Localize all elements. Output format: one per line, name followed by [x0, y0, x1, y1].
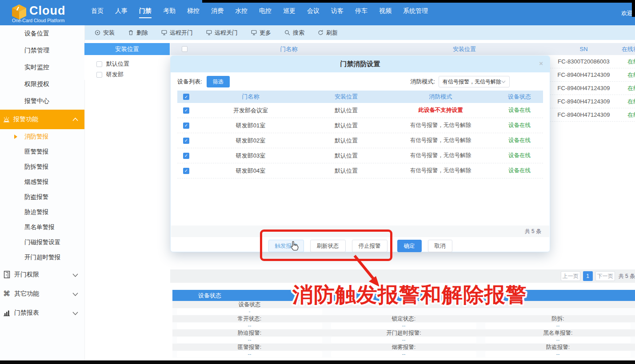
location-cell: 默认位置: [306, 107, 386, 115]
toolbar-remote-open-button[interactable]: 远程开门: [155, 25, 200, 40]
status-value-box: -: [177, 309, 322, 315]
row-checked-checkbox[interactable]: ✓: [183, 107, 189, 114]
dialog-table-row: ✓开发部会议室默认位置此设备不支持设置设备在线: [177, 103, 543, 118]
sidebar-subitem-4[interactable]: 防盗报警: [0, 190, 84, 205]
status-value: -: [249, 309, 251, 315]
status-value: --: [556, 337, 560, 343]
sidebar-group-1[interactable]: ⌘其它功能: [0, 284, 84, 303]
sidebar-item-2[interactable]: 实时监控: [0, 59, 84, 76]
nav-item-8[interactable]: 巡更: [277, 0, 301, 25]
sidebar-group-2[interactable]: 门禁报表: [0, 303, 84, 322]
status-label-row: 胁迫报警:开门超时报警:黑名单报警:: [172, 329, 635, 336]
status-value-box: --: [331, 337, 476, 343]
sidebar-subitem-label: 胁迫警报: [24, 208, 48, 216]
tree-item-0[interactable]: 默认位置: [84, 59, 170, 69]
tree-checkbox[interactable]: [96, 61, 102, 67]
sidebar-subitem-6[interactable]: 黑名单警报: [0, 220, 84, 235]
ok-button[interactable]: 确定: [397, 240, 422, 252]
nav-item-1[interactable]: 人事: [109, 0, 133, 25]
nav-item-label: 巡更: [283, 7, 296, 18]
prev-page-button[interactable]: 上一页: [561, 271, 580, 281]
select-all-checkbox[interactable]: [182, 46, 188, 52]
tree-items: 默认位置研发部: [84, 55, 170, 80]
nav-item-9[interactable]: 会议: [301, 0, 325, 25]
nav-item-0[interactable]: 首页: [85, 0, 109, 25]
sidebar-item-3[interactable]: 权限授权: [0, 76, 84, 93]
tree-checkbox[interactable]: [96, 72, 102, 78]
sidebar-subitem-2[interactable]: 防拆警报: [0, 159, 84, 174]
toolbar-more-button[interactable]: 更多: [244, 25, 278, 40]
remote-open-icon: [161, 30, 167, 36]
cancel-button[interactable]: 取消: [428, 240, 452, 252]
tree-header[interactable]: 安装位置: [84, 43, 170, 55]
toolbar-remote-close-button[interactable]: 远程关门: [200, 25, 244, 40]
nav-item-label: 梯控: [187, 7, 200, 18]
device-status-panel: 设备状态 设备状态-常开状态:锁定状态:防拆:------胁迫报警:开门超时报警…: [172, 290, 635, 358]
status-value-row: ------: [172, 336, 635, 344]
dialog-total-count: 共 5 条: [525, 228, 541, 235]
nav-item-10[interactable]: 访客: [325, 0, 349, 25]
nav-item-4[interactable]: 梯控: [181, 0, 205, 25]
col-door-name: 门名称: [195, 93, 306, 101]
sn-cell: FC-8940H47124309: [550, 111, 618, 118]
fire-mode-cell: 有信号报警，无信号解除: [386, 167, 495, 174]
toolbar-delete-button[interactable]: 删除: [121, 25, 155, 40]
nav-item-label: 电控: [259, 7, 272, 18]
device-status-cell: 设备在线: [495, 122, 544, 129]
remote-close-icon: [206, 30, 212, 36]
alarm-siren-icon: [3, 116, 10, 123]
toolbar-button-label: 删除: [136, 29, 148, 37]
row-checked-checkbox[interactable]: ✓: [183, 153, 189, 159]
fire-mode-select[interactable]: 有信号报警，无信号解除: [439, 76, 510, 87]
row-checked-checkbox[interactable]: ✓: [183, 168, 189, 174]
toolbar-search-button[interactable]: 搜索: [278, 25, 311, 40]
row-checked-checkbox[interactable]: ✓: [183, 123, 189, 129]
sidebar-subitem-5[interactable]: 胁迫警报: [0, 205, 84, 220]
sn-cell: FC-8300T20086003: [550, 58, 618, 65]
sidebar-item-1[interactable]: 门禁管理: [0, 42, 84, 59]
sidebar-group-0[interactable]: 开门权限: [0, 265, 84, 284]
nav-item-5[interactable]: 消费: [205, 0, 229, 25]
nav-item-7[interactable]: 电控: [253, 0, 277, 25]
sidebar-group-alarm[interactable]: 报警功能: [0, 110, 84, 129]
status-label: 防拆:: [481, 315, 635, 323]
dialog-table-header: ✓ 门名称 安装位置 消防模式 设备状态: [177, 91, 543, 103]
refresh-status-button[interactable]: 刷新状态: [310, 240, 346, 252]
nav-item-6[interactable]: 水控: [229, 0, 253, 25]
toolbar-install-button[interactable]: 安装: [88, 25, 121, 40]
toolbar-refresh-button[interactable]: 刷新: [311, 25, 344, 40]
pagination-total: 共 5 条: [619, 273, 635, 280]
row-checked-checkbox[interactable]: ✓: [183, 138, 189, 144]
close-icon[interactable]: ×: [539, 60, 543, 67]
sidebar-subitem-1[interactable]: 匪警警报: [0, 144, 84, 159]
online-status-cell: 在线: [618, 84, 635, 92]
status-value-box: --: [331, 351, 476, 357]
sidebar-subitem-7[interactable]: 门磁报警设置: [0, 235, 84, 250]
trigger-alarm-button[interactable]: 触发报警: [268, 240, 304, 252]
app-window: Cloud One-Card Cloud Platform 首页人事门禁考勤梯控…: [0, 0, 635, 364]
select-all-checked-checkbox[interactable]: ✓: [183, 94, 189, 100]
current-page-button[interactable]: 1: [583, 271, 593, 281]
filter-button[interactable]: 筛选: [207, 76, 230, 87]
sn-cell: FC-8940H47124309: [550, 98, 618, 105]
nav-item-2[interactable]: 门禁: [133, 0, 157, 25]
sidebar-item-0[interactable]: 设备位置: [0, 25, 84, 42]
fire-mode-cell: 有信号报警，无信号解除: [386, 137, 495, 144]
next-page-button[interactable]: 下一页: [595, 271, 615, 281]
nav-item-11[interactable]: 停车: [349, 0, 373, 25]
sidebar-subitem-8[interactable]: 开门超时警报: [0, 250, 84, 265]
status-label: 匪警报警:: [172, 344, 327, 351]
sn-cell: FC-8940H47124309: [550, 71, 618, 78]
dialog-title: 门禁消防设置: [340, 60, 380, 68]
sidebar-subitem-0[interactable]: 消防警报: [0, 129, 84, 144]
sidebar-item-4[interactable]: 报警中心: [0, 93, 84, 110]
nav-item-13[interactable]: 系统管理: [397, 0, 434, 25]
nav-item-3[interactable]: 考勤: [157, 0, 181, 25]
tree-item-1[interactable]: 研发部: [84, 69, 170, 80]
stop-alarm-button[interactable]: 停止报警: [352, 240, 387, 252]
door-icon: [2, 271, 12, 278]
sidebar-subitem-3[interactable]: 烟感警报: [0, 174, 84, 190]
tree-item-label: 研发部: [106, 71, 124, 79]
nav-item-12[interactable]: 视频: [373, 0, 397, 25]
device-status-header: 设备状态: [172, 290, 635, 301]
